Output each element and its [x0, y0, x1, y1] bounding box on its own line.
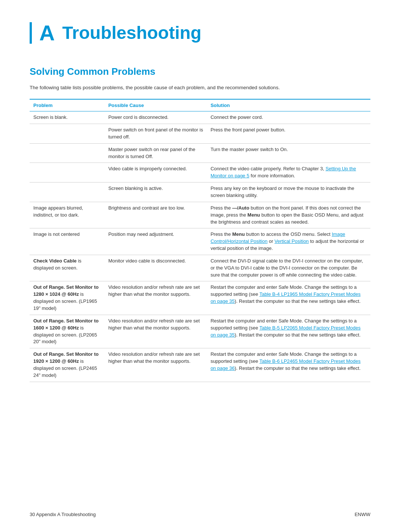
solution-cell: Connect the video cable properly. Refer …: [207, 163, 370, 183]
problem-cell: Out of Range. Set Monitor to 1920 × 1200…: [30, 348, 104, 382]
cause-cell: Monitor video cable is disconnected.: [104, 255, 207, 281]
problem-cell: Screen is blank.: [30, 111, 104, 124]
bold-problem-lp1965: Out of Range. Set Monitor to 1280 × 1024…: [33, 284, 99, 297]
table-row: Image is not centered Position may need …: [30, 228, 370, 255]
cause-cell: Video resolution and/or refresh rate are…: [104, 348, 207, 382]
solution-cell: Connect the power cord.: [207, 111, 370, 124]
cause-cell: Video resolution and/or refresh rate are…: [104, 281, 207, 315]
solution-cell: Restart the computer and enter Safe Mode…: [207, 315, 370, 348]
cause-cell: Power cord is disconnected.: [104, 111, 207, 124]
cause-cell: Video resolution and/or refresh rate are…: [104, 315, 207, 348]
problems-table: Problem Possible Cause Solution Screen i…: [30, 99, 370, 382]
link-lp2065[interactable]: Table B-5 LP2065 Model Factory Preset Mo…: [210, 325, 360, 338]
table-row: Check Video Cable is displayed on screen…: [30, 255, 370, 281]
cause-cell: Position may need adjustment.: [104, 228, 207, 255]
cause-cell: Master power switch on rear panel of the…: [104, 143, 207, 163]
intro-text: The following table lists possible probl…: [30, 84, 370, 91]
problem-cell: [30, 143, 104, 163]
solution-cell: Restart the computer and enter Safe Mode…: [207, 348, 370, 382]
solution-cell: Press the Menu button to access the OSD …: [207, 228, 370, 255]
table-header-row: Problem Possible Cause Solution: [30, 99, 370, 111]
footer-left: 30 Appendix A Troubleshooting: [30, 512, 96, 517]
table-row: Out of Range. Set Monitor to 1920 × 1200…: [30, 348, 370, 382]
solution-cell: Press the front panel power button.: [207, 124, 370, 144]
chapter-header: A Troubleshooting: [30, 22, 370, 44]
link-setting-up[interactable]: Setting Up the Monitor on page 5: [210, 166, 356, 178]
table-row: Out of Range. Set Monitor to 1600 × 1200…: [30, 315, 370, 348]
bold-problem: Check Video Cable: [33, 258, 77, 264]
footer-right: ENWW: [354, 512, 370, 517]
solution-cell: Press the —/Auto button on the front pan…: [207, 202, 370, 228]
table-row: Screen is blank. Power cord is disconnec…: [30, 111, 370, 124]
section-title: Solving Common Problems: [30, 66, 370, 77]
col-header-solution: Solution: [207, 99, 370, 111]
problem-cell: Out of Range. Set Monitor to 1280 × 1024…: [30, 281, 104, 315]
table-row: Power switch on front panel of the monit…: [30, 124, 370, 144]
solution-cell: Connect the DVI-D signal cable to the DV…: [207, 255, 370, 281]
chapter-title: Troubleshooting: [62, 24, 201, 42]
table-row: Screen blanking is active. Press any key…: [30, 183, 370, 202]
solution-cell: Restart the computer and enter Safe Mode…: [207, 281, 370, 315]
bold-menu: Menu: [247, 212, 260, 218]
bold-menu2: Menu: [232, 231, 245, 237]
solution-cell: Turn the master power switch to On.: [207, 143, 370, 163]
page: A Troubleshooting Solving Common Problem…: [0, 0, 400, 532]
cause-cell: Video cable is improperly connected.: [104, 163, 207, 183]
col-header-cause: Possible Cause: [104, 99, 207, 111]
problem-cell: [30, 163, 104, 183]
cause-cell: Brightness and contrast are too low.: [104, 202, 207, 228]
cause-cell: Power switch on front panel of the monit…: [104, 124, 207, 144]
problem-cell: Image appears blurred, indistinct, or to…: [30, 202, 104, 228]
bold-problem-lp2465: Out of Range. Set Monitor to 1920 × 1200…: [33, 351, 99, 364]
problem-cell: Image is not centered: [30, 228, 104, 255]
solution-cell: Press any key on the keyboard or move th…: [207, 183, 370, 202]
bold-auto: —/Auto: [232, 205, 249, 211]
table-row: Out of Range. Set Monitor to 1280 × 1024…: [30, 281, 370, 315]
problem-cell: [30, 183, 104, 202]
problem-cell: Out of Range. Set Monitor to 1600 × 1200…: [30, 315, 104, 348]
problem-cell: [30, 124, 104, 144]
link-lp1965[interactable]: Table B-4 LP1965 Model Factory Preset Mo…: [210, 291, 360, 304]
table-row: Video cable is improperly connected. Con…: [30, 163, 370, 183]
link-vert-pos[interactable]: Vertical Position: [274, 238, 309, 244]
problem-cell: Check Video Cable is displayed on screen…: [30, 255, 104, 281]
table-row: Master power switch on rear panel of the…: [30, 143, 370, 163]
footer: 30 Appendix A Troubleshooting ENWW: [30, 512, 370, 517]
table-row: Image appears blurred, indistinct, or to…: [30, 202, 370, 228]
col-header-problem: Problem: [30, 99, 104, 111]
cause-cell: Screen blanking is active.: [104, 183, 207, 202]
link-lp2465[interactable]: Table B-6 LP2465 Model Factory Preset Mo…: [210, 358, 360, 371]
chapter-letter: A: [39, 22, 55, 44]
bold-problem-lp2065: Out of Range. Set Monitor to 1600 × 1200…: [33, 318, 99, 331]
